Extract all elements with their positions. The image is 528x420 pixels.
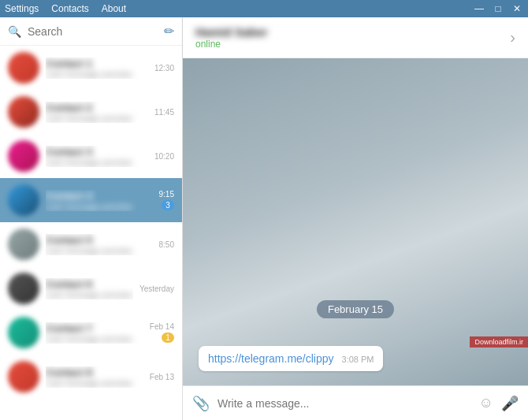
chat-meta: Feb 13 [150, 373, 174, 381]
chat-badge: 3 [162, 200, 174, 210]
chat-badge: 1 [162, 333, 174, 343]
message-link[interactable]: https://telegram.me/clippy [208, 352, 334, 365]
message-input[interactable] [218, 397, 471, 410]
chat-time: 9:15 [159, 190, 174, 199]
chat-name: Contact 8 [46, 366, 143, 378]
chat-time: Feb 14 [150, 322, 174, 331]
menu-about[interactable]: About [102, 3, 126, 14]
chat-item[interactable]: Contact 5Last message preview8:50 [0, 222, 182, 266]
avatar [8, 317, 39, 348]
close-button[interactable]: ✕ [511, 3, 523, 14]
chat-info: Contact 8Last message preview [46, 366, 143, 388]
chat-meta: Yesterday [139, 284, 174, 293]
chat-time: 10:20 [154, 152, 174, 161]
chat-name: Contact 3 [46, 146, 148, 158]
chat-meta: 11:45 [154, 108, 174, 117]
messages-area: February 15 https://telegram.me/clippy 3… [183, 58, 528, 385]
app-container: 🔍 ✏ Contact 1Last message preview12:30Co… [0, 17, 528, 420]
search-icon: 🔍 [8, 25, 21, 38]
avatar [8, 184, 39, 216]
date-badge: February 15 [317, 300, 394, 318]
chat-info: Contact 7Last message preview [46, 322, 143, 344]
message-time: 3:08 PM [342, 355, 374, 364]
menu-settings[interactable]: Settings [5, 3, 39, 14]
chat-info: Contact 2Last message preview [46, 102, 148, 123]
chat-contact-name: Hamid Saber [195, 25, 268, 39]
avatar [8, 52, 39, 84]
minimize-button[interactable]: — [473, 3, 485, 14]
compose-icon[interactable]: ✏ [164, 24, 174, 39]
avatar [8, 96, 39, 128]
chat-meta: 8:50 [159, 240, 174, 249]
chat-name: Contact 1 [46, 58, 148, 69]
chat-meta: 10:20 [154, 152, 174, 161]
chat-panel: Hamid Saber online › February 15 https:/… [183, 17, 528, 420]
chat-name: Contact 6 [46, 278, 133, 290]
avatar [8, 273, 39, 304]
chat-time: 11:45 [154, 108, 174, 117]
chat-time: 8:50 [159, 240, 174, 249]
sidebar: 🔍 ✏ Contact 1Last message preview12:30Co… [0, 17, 183, 420]
chat-name: Contact 4 [46, 190, 153, 202]
chat-preview: Last message preview [46, 202, 153, 211]
chat-item[interactable]: Contact 8Last message previewFeb 13 [0, 355, 182, 399]
chat-info: Contact 5Last message preview [46, 234, 153, 255]
maximize-button[interactable]: □ [492, 3, 504, 14]
window-controls: — □ ✕ [473, 3, 523, 14]
chat-time: 12:30 [154, 64, 174, 72]
chat-preview: Last message preview [46, 290, 133, 299]
chat-item[interactable]: Contact 3Last message preview10:20 [0, 134, 182, 178]
watermark: Downloadfilm.ir [470, 336, 528, 348]
mic-icon[interactable]: 🎤 [501, 395, 519, 412]
menu-contacts[interactable]: Contacts [51, 3, 88, 14]
chat-preview: Last message preview [46, 69, 148, 79]
chat-item[interactable]: Contact 2Last message preview11:45 [0, 90, 182, 134]
menu-bar: Settings Contacts About [5, 3, 126, 14]
input-area: 📎 ☺ 🎤 [183, 385, 528, 420]
chat-arrow-icon[interactable]: › [510, 28, 515, 46]
chat-preview: Last message preview [46, 113, 148, 123]
chat-meta: 12:30 [154, 64, 174, 72]
chat-item[interactable]: Contact 7Last message previewFeb 141 [0, 310, 182, 355]
chat-status: online [195, 39, 268, 50]
avatar [8, 140, 39, 172]
chat-info: Contact 6Last message preview [46, 278, 133, 299]
chat-header-info: Hamid Saber online [195, 25, 268, 50]
avatar [8, 361, 39, 392]
chat-info: Contact 1Last message preview [46, 58, 148, 79]
chat-item[interactable]: Contact 1Last message preview12:30 [0, 46, 182, 90]
search-bar: 🔍 ✏ [0, 17, 182, 46]
chat-meta: Feb 141 [150, 322, 174, 343]
chat-preview: Last message preview [46, 158, 148, 167]
chat-preview: Last message preview [46, 246, 153, 255]
chat-name: Contact 5 [46, 234, 153, 246]
chat-preview: Last message preview [46, 378, 143, 388]
title-bar: Settings Contacts About — □ ✕ [0, 0, 528, 17]
chat-preview: Last message preview [46, 334, 143, 344]
chat-name: Contact 7 [46, 322, 143, 334]
avatar [8, 229, 39, 260]
chat-header: Hamid Saber online › [183, 17, 528, 58]
chat-item[interactable]: Contact 4Last message preview9:153 [0, 178, 182, 222]
chat-name: Contact 2 [46, 102, 148, 113]
emoji-icon[interactable]: ☺ [479, 395, 493, 411]
chat-list: Contact 1Last message preview12:30Contac… [0, 46, 182, 420]
chat-info: Contact 3Last message preview [46, 146, 148, 167]
chat-item[interactable]: Contact 6Last message previewYesterday [0, 266, 182, 310]
search-input[interactable] [28, 25, 154, 38]
message-container: https://telegram.me/clippy 3:08 PM [199, 346, 512, 371]
message-bubble: https://telegram.me/clippy 3:08 PM [199, 346, 383, 371]
chat-time: Yesterday [139, 284, 174, 293]
attach-icon[interactable]: 📎 [192, 395, 210, 412]
chat-time: Feb 13 [150, 373, 174, 381]
chat-meta: 9:153 [159, 190, 174, 210]
chat-info: Contact 4Last message preview [46, 190, 153, 211]
